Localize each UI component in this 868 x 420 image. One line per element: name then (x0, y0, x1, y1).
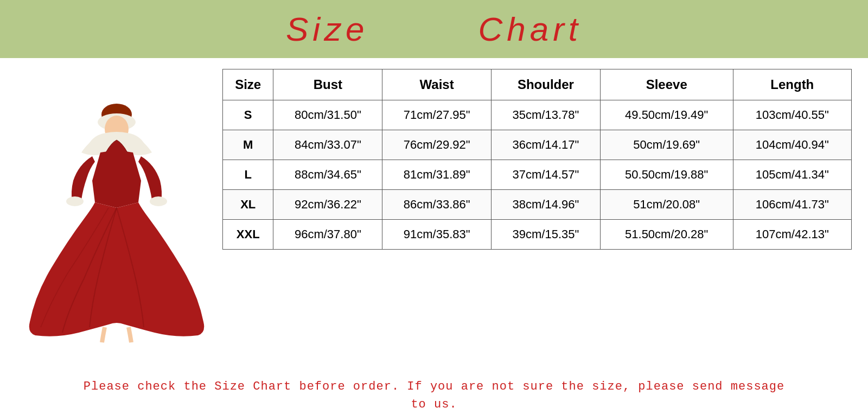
cell-waist: 91cm/35.83" (382, 220, 492, 250)
cell-sleeve: 51.50cm/20.28" (600, 220, 733, 250)
cell-length: 106cm/41.73" (733, 190, 851, 220)
cell-shoulder: 35cm/13.78" (492, 100, 601, 130)
cell-shoulder: 39cm/15.35" (492, 220, 601, 250)
title-size: Size (286, 10, 369, 48)
cell-waist: 86cm/33.86" (382, 190, 492, 220)
col-header-size: Size (223, 69, 273, 100)
col-header-length: Length (733, 69, 851, 100)
svg-point-3 (66, 196, 84, 206)
cell-bust: 80cm/31.50" (273, 100, 382, 130)
table-header-row: Size Bust Waist Shoulder Sleeve Length (223, 69, 852, 100)
cell-length: 104cm/40.94" (733, 130, 851, 160)
page-title: Size Chart (0, 10, 868, 48)
cell-size: XXL (223, 220, 273, 250)
footer-line1: Please check the Size Chart before order… (16, 378, 852, 396)
cell-bust: 96cm/37.80" (273, 220, 382, 250)
footer-note: Please check the Size Chart before order… (0, 368, 868, 420)
cell-sleeve: 49.50cm/19.49" (600, 100, 733, 130)
cell-shoulder: 37cm/14.57" (492, 160, 601, 190)
cell-waist: 71cm/27.95" (382, 100, 492, 130)
cell-size: XL (223, 190, 273, 220)
cell-size: L (223, 160, 273, 190)
cell-size: M (223, 130, 273, 160)
cell-size: S (223, 100, 273, 130)
main-content: Size Bust Waist Shoulder Sleeve Length S… (0, 58, 868, 368)
dress-image (24, 94, 209, 343)
table-row: S80cm/31.50"71cm/27.95"35cm/13.78"49.50c… (223, 100, 852, 130)
cell-bust: 84cm/33.07" (273, 130, 382, 160)
size-table-container: Size Bust Waist Shoulder Sleeve Length S… (217, 63, 852, 368)
cell-shoulder: 38cm/14.96" (492, 190, 601, 220)
footer-line2: to us. (16, 396, 852, 413)
header-banner: Size Chart (0, 0, 868, 58)
col-header-sleeve: Sleeve (600, 69, 733, 100)
cell-length: 103cm/40.55" (733, 100, 851, 130)
dress-image-container (16, 63, 217, 368)
table-row: L88cm/34.65"81cm/31.89"37cm/14.57"50.50c… (223, 160, 852, 190)
cell-bust: 88cm/34.65" (273, 160, 382, 190)
cell-sleeve: 50.50cm/19.88" (600, 160, 733, 190)
title-chart: Chart (478, 10, 582, 48)
svg-point-4 (150, 196, 167, 206)
table-row: M84cm/33.07"76cm/29.92"36cm/14.17"50cm/1… (223, 130, 852, 160)
cell-sleeve: 50cm/19.69" (600, 130, 733, 160)
page-container: Size Chart (0, 0, 868, 420)
cell-bust: 92cm/36.22" (273, 190, 382, 220)
col-header-shoulder: Shoulder (492, 69, 601, 100)
col-header-waist: Waist (382, 69, 492, 100)
table-row: XL92cm/36.22"86cm/33.86"38cm/14.96"51cm/… (223, 190, 852, 220)
cell-sleeve: 51cm/20.08" (600, 190, 733, 220)
cell-length: 107cm/42.13" (733, 220, 851, 250)
size-chart-table: Size Bust Waist Shoulder Sleeve Length S… (222, 69, 852, 250)
cell-shoulder: 36cm/14.17" (492, 130, 601, 160)
cell-waist: 76cm/29.92" (382, 130, 492, 160)
cell-length: 105cm/41.34" (733, 160, 851, 190)
cell-waist: 81cm/31.89" (382, 160, 492, 190)
col-header-bust: Bust (273, 69, 382, 100)
table-row: XXL96cm/37.80"91cm/35.83"39cm/15.35"51.5… (223, 220, 852, 250)
